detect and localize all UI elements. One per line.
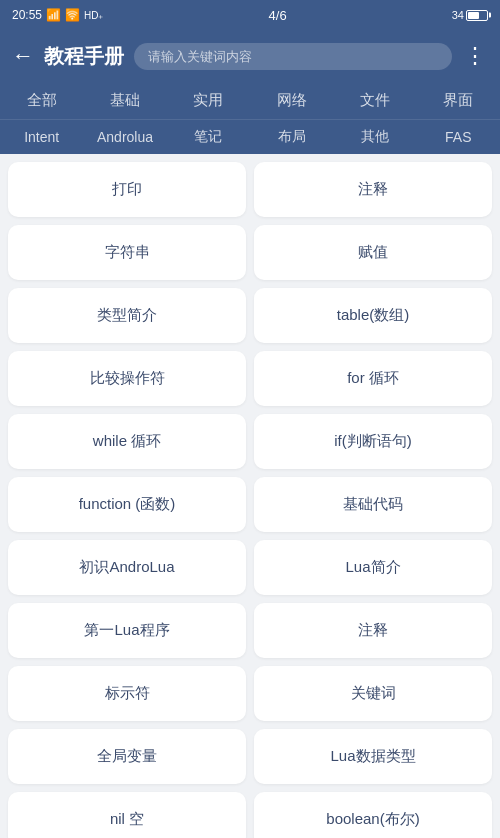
card-item[interactable]: Lua数据类型 — [254, 729, 492, 784]
more-button[interactable]: ⋮ — [462, 43, 488, 69]
card-item[interactable]: 初识AndroLua — [8, 540, 246, 595]
hd-label: HD₊ — [84, 10, 103, 21]
status-left: 20:55 📶 🛜 HD₊ — [12, 8, 103, 22]
card-item[interactable]: 字符串 — [8, 225, 246, 280]
tab-ui[interactable]: 界面 — [417, 82, 500, 119]
status-time: 20:55 — [12, 8, 42, 22]
tab-androlua[interactable]: Androlua — [83, 121, 166, 153]
card-item[interactable]: nil 空 — [8, 792, 246, 838]
header: ← 教程手册 ⋮ — [0, 30, 500, 82]
tabs-row-1: 全部 基础 实用 网络 文件 界面 — [0, 82, 500, 120]
tab-other[interactable]: 其他 — [333, 120, 416, 154]
card-item[interactable]: 比较操作符 — [8, 351, 246, 406]
card-item[interactable]: 标示符 — [8, 666, 246, 721]
card-item[interactable]: 赋值 — [254, 225, 492, 280]
card-item[interactable]: function (函数) — [8, 477, 246, 532]
search-input[interactable] — [134, 43, 452, 70]
tab-notes[interactable]: 笔记 — [167, 120, 250, 154]
header-title: 教程手册 — [44, 43, 124, 70]
tabs-row-2: Intent Androlua 笔记 布局 其他 FAS — [0, 120, 500, 154]
signal-icon: 📶 — [46, 8, 61, 22]
card-item[interactable]: while 循环 — [8, 414, 246, 469]
card-item[interactable]: table(数组) — [254, 288, 492, 343]
card-item[interactable]: 第一Lua程序 — [8, 603, 246, 658]
tab-fas[interactable]: FAS — [417, 121, 500, 153]
card-item[interactable]: 打印 — [8, 162, 246, 217]
back-button[interactable]: ← — [12, 45, 34, 67]
page-indicator: 4/6 — [269, 8, 287, 23]
card-item[interactable]: 注释 — [254, 603, 492, 658]
card-item[interactable]: 关键词 — [254, 666, 492, 721]
tab-file[interactable]: 文件 — [333, 82, 416, 119]
card-item[interactable]: 类型简介 — [8, 288, 246, 343]
card-item[interactable]: Lua简介 — [254, 540, 492, 595]
card-grid: 打印注释字符串赋值类型简介table(数组)比较操作符for 循环while 循… — [0, 154, 500, 838]
battery-icon: 34 — [452, 9, 488, 21]
card-item[interactable]: for 循环 — [254, 351, 492, 406]
tab-layout[interactable]: 布局 — [250, 120, 333, 154]
tab-practical[interactable]: 实用 — [167, 82, 250, 119]
tab-all[interactable]: 全部 — [0, 82, 83, 119]
tab-network[interactable]: 网络 — [250, 82, 333, 119]
card-item[interactable]: 基础代码 — [254, 477, 492, 532]
card-item[interactable]: if(判断语句) — [254, 414, 492, 469]
status-right: 34 — [452, 9, 488, 21]
card-item[interactable]: 全局变量 — [8, 729, 246, 784]
status-bar: 20:55 📶 🛜 HD₊ 4/6 34 — [0, 0, 500, 30]
tab-intent[interactable]: Intent — [0, 121, 83, 153]
wifi-icon: 🛜 — [65, 8, 80, 22]
card-item[interactable]: 注释 — [254, 162, 492, 217]
card-item[interactable]: boolean(布尔) — [254, 792, 492, 838]
tab-basic[interactable]: 基础 — [83, 82, 166, 119]
